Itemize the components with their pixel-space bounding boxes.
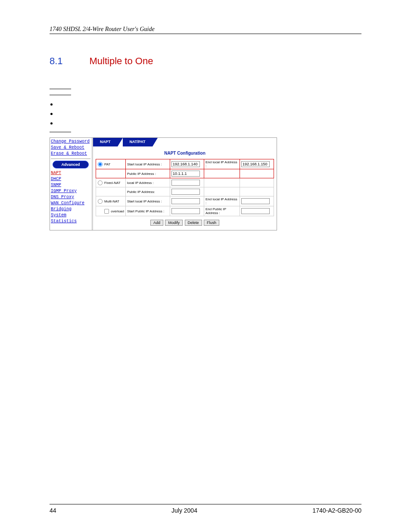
page-footer: 44 July 2004 1740-A2-GB20-00 [50, 504, 361, 514]
sidebar-link-igmp-proxy[interactable]: IGMP Proxy [51, 188, 90, 194]
tab-divider-icon [118, 138, 123, 146]
sidebar-link-system-statistics[interactable]: System Statistics [51, 212, 90, 224]
sidebar-link-save-reboot[interactable]: Save & Reboot [51, 145, 90, 151]
divider [50, 94, 71, 95]
section-heading: 8.1 Multiple to One [50, 56, 361, 67]
input-public-ip[interactable] [171, 171, 200, 177]
sidebar-link-change-password[interactable]: Change Password [51, 139, 90, 145]
label-multi-end-public: End Public IP Address : [204, 206, 240, 216]
radio-fixed-nat-label: Fixed-NAT [104, 180, 121, 184]
label-multi-start-public: Start Public IP Address : [126, 206, 170, 216]
radio-multi-nat[interactable] [98, 199, 103, 203]
bullet-item [57, 100, 361, 110]
delete-button[interactable]: Delete [185, 220, 202, 226]
radio-fixed-nat[interactable] [98, 180, 103, 185]
tab-bar: NAPT NAT/PAT [93, 138, 277, 146]
tab-divider-icon [153, 138, 158, 146]
divider [51, 159, 90, 159]
sidebar-link-napt[interactable]: NAPT [51, 170, 90, 176]
flush-button[interactable]: Flush [204, 220, 219, 226]
radio-pat-label: PAT [104, 162, 110, 166]
main-panel: NAPT NAT/PAT NAPT Configuration PAT Star… [93, 138, 277, 230]
checkbox-overload-label: overload [111, 209, 124, 213]
bullet-item [57, 119, 361, 129]
label-multi-start-local: Start local IP Address : [126, 196, 170, 206]
panel-title: NAPT Configuration [93, 146, 277, 159]
divider [50, 88, 71, 89]
input-fixed-local-ip[interactable] [171, 180, 200, 186]
sidebar: Change Password Save & Reboot Erase & Re… [50, 138, 93, 230]
config-table: PAT Start local IP Address : End local I… [96, 159, 274, 216]
button-row: Add Modify Delete Flush [93, 220, 277, 230]
input-end-local-ip[interactable] [241, 161, 270, 167]
input-multi-end-public[interactable] [241, 208, 270, 214]
footer-date: July 2004 [171, 507, 197, 514]
input-multi-end-local[interactable] [241, 198, 270, 204]
radio-pat[interactable] [98, 162, 103, 166]
sidebar-link-dhcp[interactable]: DHCP [51, 176, 90, 182]
tab-napt[interactable]: NAPT [93, 138, 118, 146]
sidebar-link-wan-configure[interactable]: WAN Configure [51, 200, 90, 206]
screenshot-panel: Change Password Save & Reboot Erase & Re… [50, 137, 277, 230]
footer-doc-id: 1740-A2-GB20-00 [312, 507, 361, 514]
sidebar-link-dns-proxy[interactable]: DNS Proxy [51, 194, 90, 200]
label-end-local-ip: End local IP Address : [204, 159, 240, 169]
sidebar-section-advanced[interactable]: Advanced [53, 161, 89, 168]
bullet-list [57, 100, 361, 129]
modify-button[interactable]: Modify [165, 220, 183, 226]
input-fixed-public-ip[interactable] [171, 189, 200, 195]
radio-multi-nat-label: Multi-NAT [104, 199, 119, 203]
section-number: 8.1 [50, 56, 87, 67]
tab-nat-pat[interactable]: NAT/PAT [123, 138, 153, 146]
label-fixed-local-ip: local IP Address : [126, 178, 170, 187]
page-header: 1740 SHDSL 2/4-Wire Router User's Guide [50, 26, 361, 34]
input-multi-start-public[interactable] [171, 208, 200, 214]
input-start-local-ip[interactable] [171, 161, 200, 167]
input-multi-start-local[interactable] [171, 198, 200, 204]
label-multi-end-local: End local IP Address : [204, 196, 240, 206]
section-title-text: Multiple to One [89, 56, 153, 66]
sidebar-link-erase-reboot[interactable]: Erase & Reboot [51, 151, 90, 157]
bullet-item [57, 110, 361, 119]
sidebar-link-snmp[interactable]: SNMP [51, 182, 90, 188]
checkbox-overload[interactable] [104, 208, 109, 213]
sidebar-link-bridging[interactable]: Bridging [51, 206, 90, 212]
label-start-local-ip: Start local IP Address : [126, 159, 170, 169]
page-number: 44 [50, 507, 56, 514]
divider [50, 131, 71, 132]
label-fixed-public-ip: Public IP Address: [126, 187, 170, 196]
add-button[interactable]: Add [150, 220, 163, 226]
label-public-ip: Public IP Address : [126, 169, 170, 178]
